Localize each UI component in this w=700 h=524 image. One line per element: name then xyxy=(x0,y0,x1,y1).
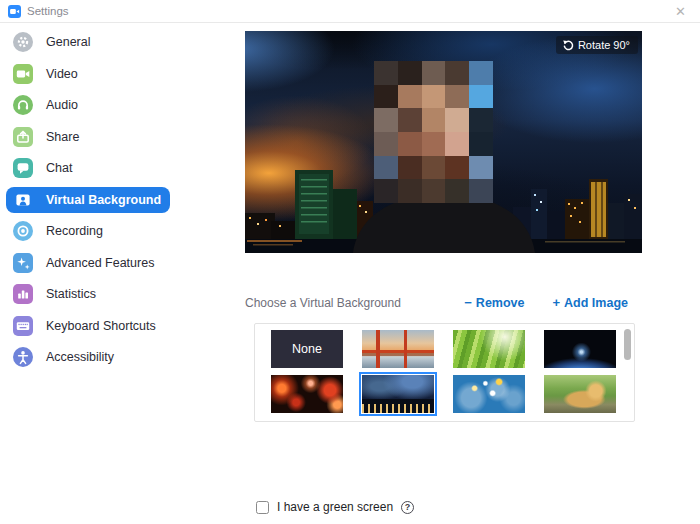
sidebar-label: Statistics xyxy=(46,287,96,301)
video-preview: Rotate 90° xyxy=(245,31,642,253)
face-mosaic xyxy=(374,61,493,203)
add-image-label: Add Image xyxy=(564,296,628,310)
rotate-90-button[interactable]: Rotate 90° xyxy=(556,36,638,54)
sidebar-item-statistics[interactable]: Statistics xyxy=(6,281,170,307)
sidebar-label: Accessibility xyxy=(46,350,114,364)
green-screen-checkbox[interactable] xyxy=(256,501,269,514)
titlebar: Settings ✕ xyxy=(0,0,700,23)
settings-window: Settings ✕ General Video Audio Share Cha… xyxy=(0,0,700,524)
sidebar-item-video[interactable]: Video xyxy=(6,61,170,87)
sidebar-label: General xyxy=(46,35,90,49)
headphones-icon xyxy=(13,95,33,115)
zoom-app-icon xyxy=(8,5,21,18)
none-label: None xyxy=(292,342,322,356)
sidebar-item-general[interactable]: General xyxy=(6,29,170,55)
close-icon[interactable]: ✕ xyxy=(669,3,692,20)
virtual-background-icon xyxy=(13,190,33,210)
video-camera-icon xyxy=(13,64,33,84)
thumb-city-skyline-night[interactable] xyxy=(362,375,434,413)
sidebar-label: Virtual Background xyxy=(46,193,161,207)
bar-chart-icon xyxy=(13,284,33,304)
sidebar-label: Recording xyxy=(46,224,103,238)
sidebar-item-recording[interactable]: Recording xyxy=(6,218,170,244)
sidebar-item-keyboard-shortcuts[interactable]: Keyboard Shortcuts xyxy=(6,313,170,339)
remove-label: Remove xyxy=(476,296,525,310)
sidebar-label: Chat xyxy=(46,161,72,175)
person-icon xyxy=(13,347,33,367)
background-gallery: None xyxy=(254,323,635,422)
sidebar-label: Video xyxy=(46,67,78,81)
sidebar-item-accessibility[interactable]: Accessibility xyxy=(6,344,170,370)
sparkles-icon xyxy=(13,253,33,273)
add-image-button[interactable]: + Add Image xyxy=(553,295,629,310)
rotate-label: Rotate 90° xyxy=(578,39,630,51)
minus-icon: − xyxy=(464,295,472,310)
thumb-world-map-blue[interactable] xyxy=(453,375,525,413)
sidebar-item-share[interactable]: Share xyxy=(6,124,170,150)
thumb-night-lantern-alley[interactable] xyxy=(271,375,343,413)
help-icon[interactable]: ? xyxy=(401,501,414,514)
record-icon xyxy=(13,221,33,241)
virtual-background-panel: Rotate 90° Choose a Virtual Background −… xyxy=(190,23,700,524)
green-screen-row: I have a green screen ? xyxy=(256,500,414,514)
thumb-grass[interactable] xyxy=(453,330,525,368)
gear-icon xyxy=(13,32,33,52)
green-screen-label: I have a green screen xyxy=(277,500,393,514)
share-screen-icon xyxy=(13,127,33,147)
sidebar-item-virtual-background[interactable]: Virtual Background xyxy=(6,187,170,213)
chooser-header: Choose a Virtual Background − Remove + A… xyxy=(245,295,642,310)
sidebar-item-audio[interactable]: Audio xyxy=(6,92,170,118)
thumbnail-grid: None xyxy=(255,324,634,413)
keyboard-icon xyxy=(13,316,33,336)
sidebar-label: Advanced Features xyxy=(46,256,154,270)
chat-bubble-icon xyxy=(13,158,33,178)
sidebar-item-chat[interactable]: Chat xyxy=(6,155,170,181)
thumb-earth-from-space[interactable] xyxy=(544,330,616,368)
gallery-scrollbar[interactable] xyxy=(624,329,631,360)
sidebar-item-advanced-features[interactable]: Advanced Features xyxy=(6,250,170,276)
thumb-doge-park[interactable] xyxy=(544,375,616,413)
sidebar: General Video Audio Share Chat Virtual B… xyxy=(0,23,191,524)
thumb-golden-gate-bridge[interactable] xyxy=(362,330,434,368)
sidebar-label: Keyboard Shortcuts xyxy=(46,319,156,333)
remove-button[interactable]: − Remove xyxy=(464,295,524,310)
chooser-title: Choose a Virtual Background xyxy=(245,296,464,310)
window-title: Settings xyxy=(27,5,69,17)
rotate-icon xyxy=(562,39,574,51)
plus-icon: + xyxy=(553,295,561,310)
thumb-none[interactable]: None xyxy=(271,330,343,368)
sidebar-label: Share xyxy=(46,130,79,144)
sidebar-label: Audio xyxy=(46,98,78,112)
